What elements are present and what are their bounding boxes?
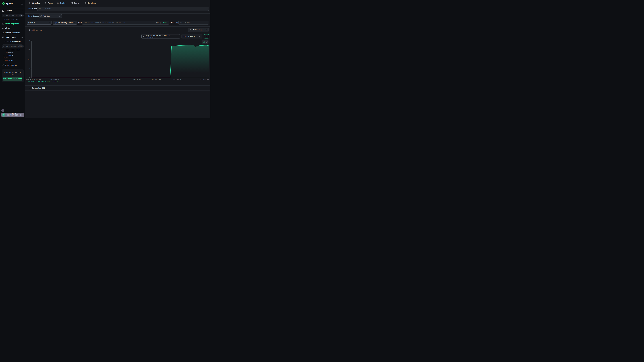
table-icon [45, 2, 46, 4]
svg-text:12:04:30 PM: 12:04:30 PM [50, 79, 59, 80]
chevron-down-icon [206, 87, 208, 89]
chevron-up-icon [21, 36, 23, 38]
generated-sql-accordion[interactable]: Generated SQL [25, 85, 210, 90]
svg-text:12:06:15 PM: 12:06:15 PM [70, 79, 80, 80]
create-dashboard-button[interactable]: + Create Dashboard [4, 41, 21, 43]
date-range-value: May 16 12:02:43 - May 16 12:17:43 [146, 34, 178, 38]
chart-name-label: Chart Name [28, 7, 38, 11]
team-settings-label: Team Settings [5, 64, 18, 66]
tab-label: Line/Bar [32, 2, 40, 4]
preset-kubernetes[interactable]: Kubernetes [4, 59, 13, 61]
presets-toggle[interactable]: PRESETS [4, 52, 13, 53]
sidebar-item-chart-explorer[interactable]: Chart Explorer [0, 22, 25, 25]
saved-searches-input[interactable]: ⌘ K [2, 14, 24, 17]
svg-text:45%: 45% [28, 49, 30, 51]
cloud-promo-text: Ready to use HyperDX Cloud? [3, 71, 22, 76]
chart-svg: 0%15%30%45%60%May 16 12:02:30 PM12:04:30… [25, 39, 210, 84]
sidebar-item-team-settings[interactable]: Team Settings [0, 63, 25, 67]
logo-row: HyperDX [0, 1, 25, 6]
line-chart-icon [29, 2, 31, 4]
presets-label: PRESETS [6, 52, 13, 53]
where-search-input[interactable] [82, 21, 169, 24]
database-icon [40, 15, 42, 17]
chevron-updown-icon [59, 15, 60, 17]
group-by-input[interactable] [178, 21, 209, 24]
chevron-updown-icon [49, 22, 50, 23]
group-by-label: Group By [170, 21, 178, 24]
granularity-select[interactable]: Auto Granularity [182, 34, 202, 38]
svg-text:12:11:30 PM: 12:11:30 PM [132, 79, 140, 80]
search-section-label: Search [6, 10, 21, 12]
sidebar-item-label: Client Sessions [5, 32, 20, 34]
preset-services[interactable]: Services [4, 57, 12, 59]
aggregation-select[interactable]: Maximum [27, 21, 52, 24]
metric-field-name: system.memory.utiliza [54, 22, 74, 23]
chart-display-toggle [202, 40, 208, 44]
tab-label: Search [74, 2, 80, 4]
code-icon [28, 87, 30, 89]
close-icon[interactable] [74, 22, 76, 23]
remove-percentage-button[interactable] [204, 28, 208, 32]
tab-table[interactable]: Table [42, 0, 55, 6]
chevron-down-icon [4, 52, 5, 53]
chart-name-input[interactable] [37, 7, 209, 11]
query-language-toggle: SQL | Lucene [156, 21, 168, 24]
cloud-promo-card: Ready to use HyperDX Cloud? Get Started … [2, 69, 24, 82]
chevron-up-icon [21, 10, 23, 11]
sidebar-item-label: Alerts [5, 27, 11, 29]
saved-searches-field[interactable] [6, 14, 19, 16]
svg-text:60%: 60% [28, 40, 30, 41]
percent-icon [190, 29, 192, 31]
svg-text:0%: 0% [28, 77, 30, 78]
user-email: demos@clickhouse.com [6, 113, 22, 115]
line-chart-icon [2, 22, 4, 25]
help-button[interactable]: ? [1, 109, 4, 112]
percentage-button[interactable]: Percentage [188, 28, 204, 32]
sidebar-item-alerts[interactable]: Alerts [0, 26, 25, 30]
run-query-button[interactable] [204, 34, 209, 38]
get-started-button[interactable]: Get Started for Free [3, 77, 22, 81]
tab-line-bar[interactable]: Line/Bar [27, 0, 42, 6]
tab-number[interactable]: 123 Number [55, 0, 69, 6]
bell-icon [2, 27, 4, 29]
bar-chart-icon[interactable] [206, 41, 208, 43]
sql-mode-button[interactable]: SQL [156, 22, 159, 23]
sidebar: HyperDX Search ⌘ K No saved searches [0, 0, 25, 118]
laptop-icon [2, 32, 4, 34]
where-search-wrap: SQL | Lucene [82, 21, 169, 24]
search-icon [3, 15, 5, 16]
data-source-select[interactable]: Metrics [39, 14, 62, 18]
hyperdx-logo-icon [2, 2, 5, 5]
tab-markdown[interactable]: Markdown [82, 0, 98, 6]
generated-sql-label: Generated SQL [32, 87, 206, 89]
metric-field-tag[interactable]: system.memory.utiliza [53, 21, 77, 24]
granularity-value: Auto Granularity [183, 35, 199, 37]
add-series-label: Add Series [32, 29, 42, 31]
legend-series-label: max(system.memory.utilization) [31, 81, 58, 82]
date-range-picker[interactable]: May 16 12:02:43 - May 16 12:17:43 [142, 34, 180, 38]
chevron-down-icon [199, 35, 200, 37]
chevron-right-icon [22, 114, 23, 116]
number-icon: 123 [57, 2, 59, 4]
lucene-mode-button[interactable]: Lucene [162, 22, 168, 23]
dashboards-section-label: Dashboards [6, 36, 21, 38]
line-chart-icon[interactable] [203, 41, 205, 43]
search-icon [3, 45, 5, 47]
tab-label: Markdown [88, 2, 96, 4]
plus-circle-icon [28, 29, 30, 31]
tab-search[interactable]: Search [69, 0, 82, 6]
saved-dashboards-input[interactable]: ⌘ K [2, 44, 24, 48]
sidebar-section-dashboards[interactable]: Dashboards [0, 35, 25, 40]
avatar: D [2, 113, 6, 117]
sidebar-item-client-sessions[interactable]: Client Sessions [0, 31, 25, 34]
sidebar-collapse-button[interactable] [21, 2, 23, 5]
sidebar-section-search[interactable]: Search [0, 8, 25, 13]
user-menu[interactable]: D demos@clickhouse.com demos@clickhouse.… [1, 113, 24, 117]
svg-text:12:09:45 PM: 12:09:45 PM [111, 79, 120, 80]
saved-dashboards-field[interactable] [6, 45, 19, 47]
legend-line-swatch [28, 81, 30, 82]
data-source-value: Metrics [43, 15, 58, 17]
preset-clickhouse[interactable]: Clickhouse [4, 54, 13, 56]
svg-text:15%: 15% [28, 68, 30, 69]
add-series-button[interactable]: Add Series [28, 28, 42, 32]
